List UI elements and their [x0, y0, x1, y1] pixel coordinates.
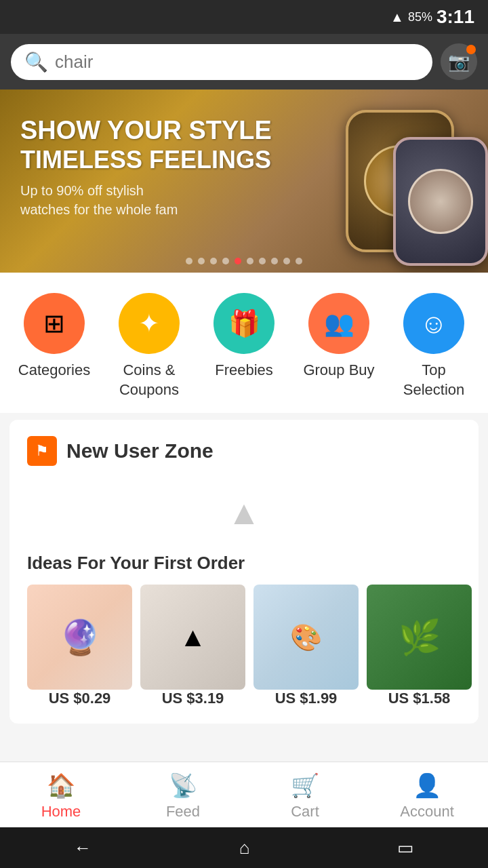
product-item-1[interactable]: 🔮 US $0.29	[27, 585, 132, 707]
banner-content: SHOW YOUR STYLE TIMELESS FEELINGS Up to …	[20, 117, 272, 219]
group-icon: 👥	[324, 309, 354, 338]
product-image-4: 🌿	[367, 585, 472, 690]
battery-indicator: 85%	[408, 10, 432, 24]
search-input[interactable]	[55, 52, 419, 73]
product-image-2: ▲	[140, 585, 245, 690]
quick-access-section: ⊞ Categories ✦ Coins &Coupons 🎁 Freebies…	[0, 273, 488, 413]
nuz-icon: ⚑	[27, 436, 57, 466]
camera-search-button[interactable]: 📷	[441, 43, 477, 80]
status-time: 3:11	[436, 6, 474, 28]
nav-account[interactable]: 👤 Account	[373, 772, 481, 821]
gift-icon: 🎁	[228, 309, 260, 338]
groupbuy-icon-circle: 👥	[308, 293, 369, 354]
camera-icon: 📷	[448, 52, 470, 73]
dot-7[interactable]	[259, 258, 266, 264]
coins-icon-circle: ✦	[119, 293, 180, 354]
qa-coins-coupons[interactable]: ✦ Coins &Coupons	[105, 293, 193, 399]
qa-top-selection[interactable]: ☺ Top Selection	[390, 293, 478, 399]
product-4-visual: 🌿	[399, 618, 441, 657]
product-price-1: US $0.29	[49, 690, 111, 707]
account-label: Account	[400, 803, 454, 821]
home-icon: 🏠	[47, 772, 75, 799]
notification-dot	[466, 45, 476, 54]
qa-categories[interactable]: ⊞ Categories	[10, 293, 98, 380]
nuz-loading-placeholder: ▲	[27, 479, 461, 546]
product-image-1: 🔮	[27, 585, 132, 690]
dot-3[interactable]	[210, 258, 217, 264]
product-image-3: 🎨	[253, 585, 359, 690]
qa-freebies[interactable]: 🎁 Freebies	[200, 293, 288, 380]
feed-label: Feed	[166, 803, 200, 821]
feed-icon: 📡	[169, 772, 197, 799]
dot-8[interactable]	[271, 258, 278, 264]
banner-image	[251, 96, 488, 273]
cart-icon: 🛒	[291, 772, 319, 799]
search-input-wrap[interactable]: 🔍	[11, 44, 432, 80]
banner-dots	[186, 258, 302, 264]
coins-label: Coins &Coupons	[119, 361, 179, 399]
product-item-2[interactable]: ▲ US $3.19	[140, 585, 245, 707]
product-2-visual: ▲	[180, 622, 207, 652]
home-label: Home	[41, 803, 81, 821]
search-icon: 🔍	[24, 51, 48, 73]
banner-title2: TIMELESS FEELINGS	[20, 145, 272, 174]
dot-9[interactable]	[283, 258, 290, 264]
watch-image-2	[393, 137, 488, 266]
banner-title1: SHOW YOUR STYLE	[20, 117, 272, 145]
dot-4[interactable]	[222, 258, 229, 264]
product-item-3[interactable]: 🎨 US $1.99	[253, 585, 359, 707]
product-price-4: US $1.58	[388, 690, 451, 707]
wifi-icon: ▲	[390, 9, 404, 25]
nuz-title: New User Zone	[66, 439, 214, 462]
nuz-header: ⚑ New User Zone	[27, 436, 461, 466]
nav-feed[interactable]: 📡 Feed	[129, 772, 237, 821]
account-icon: 👤	[413, 772, 441, 799]
freebies-icon-circle: 🎁	[214, 293, 274, 354]
topselection-icon-circle: ☺	[403, 293, 464, 354]
status-icons: ▲ 85% 3:11	[390, 6, 474, 28]
back-button[interactable]: ←	[74, 837, 92, 859]
dot-2[interactable]	[198, 258, 205, 264]
dot-5-active[interactable]	[235, 258, 241, 264]
new-user-zone-section: ⚑ New User Zone ▲ Ideas For Your First O…	[9, 420, 479, 724]
product-price-2: US $3.19	[162, 690, 224, 707]
dot-1[interactable]	[186, 258, 192, 264]
product-price-3: US $1.99	[275, 690, 338, 707]
qa-group-buy[interactable]: 👥 Group Buy	[295, 293, 383, 380]
coins-icon: ✦	[138, 309, 160, 338]
ideas-title: Ideas For Your First Order	[27, 553, 461, 574]
ideas-section: Ideas For Your First Order 🔮 US $0.29 ▲ …	[27, 553, 461, 707]
product-1-visual: 🔮	[59, 618, 101, 657]
nav-home[interactable]: 🏠 Home	[7, 772, 115, 821]
categories-icon-circle: ⊞	[24, 293, 85, 354]
cart-label: Cart	[291, 803, 319, 821]
ideas-grid: 🔮 US $0.29 ▲ US $3.19 🎨 US $1.99	[27, 585, 461, 707]
categories-label: Categories	[18, 361, 90, 380]
main-content: SHOW YOUR STYLE TIMELESS FEELINGS Up to …	[0, 90, 488, 866]
hero-banner[interactable]: SHOW YOUR STYLE TIMELESS FEELINGS Up to …	[0, 90, 488, 273]
smiley-icon: ☺	[420, 309, 448, 339]
dot-6[interactable]	[247, 258, 253, 264]
home-button[interactable]: ⌂	[239, 837, 250, 859]
recents-button[interactable]: ▭	[397, 837, 414, 859]
system-navigation-bar: ← ⌂ ▭	[0, 827, 488, 868]
nav-cart[interactable]: 🛒 Cart	[251, 772, 359, 821]
dot-10[interactable]	[296, 258, 302, 264]
flag-icon: ⚑	[35, 442, 49, 460]
bottom-navigation: 🏠 Home 📡 Feed 🛒 Cart 👤 Account	[0, 762, 488, 827]
freebies-label: Freebies	[215, 361, 273, 380]
loading-icon: ▲	[227, 493, 261, 532]
status-bar: ▲ 85% 3:11	[0, 0, 488, 34]
product-item-4[interactable]: 🌿 US $1.58	[367, 585, 472, 707]
search-bar: 🔍 📷	[0, 34, 488, 90]
product-3-visual: 🎨	[290, 623, 322, 652]
banner-subtitle: Up to 90% off stylishwatches for the who…	[20, 181, 272, 219]
topselection-label: Top Selection	[390, 361, 478, 399]
groupbuy-label: Group Buy	[303, 361, 374, 380]
categories-icon: ⊞	[43, 309, 65, 338]
